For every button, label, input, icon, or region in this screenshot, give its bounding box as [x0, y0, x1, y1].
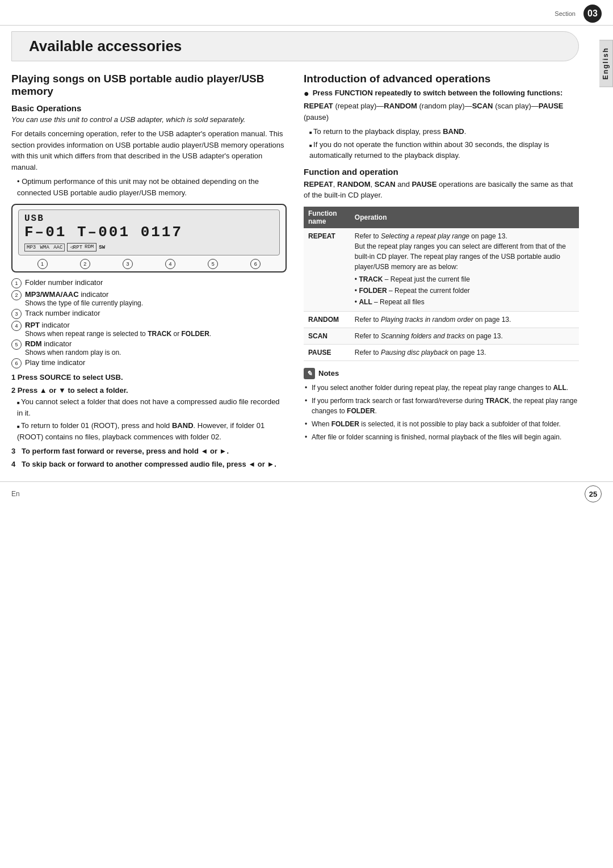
repeat-operation: Refer to Selecting a repeat play range o… [350, 228, 579, 312]
notes-icon: ✎ [304, 368, 315, 379]
ind-text-2: MP3/WMA/AAC indicatorShows the type of f… [25, 290, 143, 307]
notes-box: ✎ Notes If you select another folder dur… [304, 368, 579, 442]
note-item-1: If you select another folder during repe… [304, 383, 579, 393]
ind-item-3: 3 Track number indicator [11, 309, 287, 319]
note-item-2: If you perform track search or fast forw… [304, 396, 579, 416]
display-icons-row: MP3 WMA AAC ◁RPT RDM SW [24, 243, 274, 251]
footer: En 25 [0, 481, 613, 506]
list-item: Optimum performance of this unit may not… [17, 176, 287, 198]
ind-item-4: 4 RPT indicatorShows when repeat range i… [11, 321, 287, 338]
pause-operation: Refer to Pausing disc playback on page 1… [350, 344, 579, 360]
notes-list: If you select another folder during repe… [304, 383, 579, 442]
ind-circle-6: 6 [11, 358, 22, 368]
circle-2: 2 [80, 259, 90, 269]
ind-item-6: 6 Play time indicator [11, 358, 287, 368]
ind-text-4: RPT indicatorShows when repeat range is … [25, 321, 211, 338]
note-band: To return to the playback display, press… [304, 126, 579, 137]
mp3-label: MP3 [27, 245, 36, 250]
note-item-4: After file or folder scanning is finishe… [304, 432, 579, 442]
functions-text: REPEAT (repeat play)—RANDOM (random play… [304, 100, 579, 123]
display-line2: F–01 T–001 0117 [24, 224, 274, 241]
right-column: Introduction of advanced operations ● Pr… [304, 73, 579, 470]
circle-1: 1 [37, 259, 48, 269]
notes-header: ✎ Notes [304, 368, 579, 379]
ind-circle-5: 5 [11, 339, 22, 350]
circle-5: 5 [208, 259, 218, 269]
ind-text-6: Play time indicator [25, 358, 85, 367]
page-title: Available accessories [11, 31, 579, 61]
indicator-list: 1 Folder number indicator 2 MP3/WMA/AAC … [11, 278, 287, 368]
rpt-label: ◁RPT [70, 244, 82, 250]
top-header: Section 03 [0, 0, 613, 26]
note-30sec: If you do not operate the function withi… [304, 139, 579, 161]
bullet-list: Optimum performance of this unit may not… [11, 176, 287, 198]
display-box: USB F–01 T–001 0117 MP3 WMA AAC ◁RPT RDM… [11, 204, 287, 272]
sw-label: SW [99, 245, 105, 250]
intro-title: Introduction of advanced operations [304, 73, 579, 85]
english-tab: English [599, 40, 613, 87]
fn-pause: PAUSE [308, 349, 331, 357]
table-row-repeat: REPEAT Refer to Selecting a repeat play … [304, 228, 579, 312]
basic-operations-title: Basic Operations [11, 103, 287, 113]
wma-label: WMA [40, 245, 49, 250]
mp3-indicator: MP3 WMA AAC [24, 244, 65, 251]
ind-text-3: Track number indicator [25, 309, 100, 317]
ind-text-1: Folder number indicator [25, 278, 103, 287]
ind-circle-3: 3 [11, 309, 22, 319]
fn-scan: SCAN [308, 332, 328, 340]
col-fn-name: Function name [304, 207, 350, 228]
ind-item-1: 1 Folder number indicator [11, 278, 287, 288]
ind-circle-2: 2 [11, 290, 22, 300]
step-1: 1 Press SOURCE to select USB. [11, 373, 287, 381]
fn-operation-title: Function and operation [304, 167, 579, 177]
note-item-3: When FOLDER is selected, it is not possi… [304, 419, 579, 429]
bullet-a: You cannot select a folder that does not… [11, 396, 287, 418]
ind-circle-1: 1 [11, 278, 22, 288]
page-number: 25 [585, 485, 602, 502]
bullet-b: To return to folder 01 (ROOT), press and… [11, 420, 287, 442]
circle-numbers-row: 1 2 3 4 5 6 [18, 259, 280, 269]
step-2: 2 Press ▲ or ▼ to select a folder. [11, 386, 287, 395]
display-line1: USB [24, 213, 274, 224]
ind-item-2: 2 MP3/WMA/AAC indicatorShows the type of… [11, 290, 287, 307]
fn-desc: REPEAT, RANDOM, SCAN and PAUSE operation… [304, 179, 579, 201]
section-label: Section [555, 10, 576, 17]
left-main-title: Playing songs on USB portable audio play… [11, 73, 287, 98]
col-operation: Operation [350, 207, 579, 228]
ind-item-5: 5 RDM indicatorShows when random play is… [11, 339, 287, 357]
body-para1: For details concerning operation, refer … [11, 128, 287, 173]
random-operation: Refer to Playing tracks in random order … [350, 311, 579, 328]
page: Section 03 English Available accessories… [0, 0, 613, 868]
rpt-rdm-box: ◁RPT RDM [67, 243, 96, 251]
circle-3: 3 [123, 259, 133, 269]
fn-repeat: REPEAT [308, 232, 335, 240]
circle-4: 4 [165, 259, 175, 269]
ind-circle-4: 4 [11, 321, 22, 331]
left-column: Playing songs on USB portable audio play… [11, 73, 287, 470]
step-3: 3 To perform fast forward or reverse, pr… [11, 447, 287, 455]
notes-title: Notes [318, 369, 339, 378]
main-content: Playing songs on USB portable audio play… [0, 67, 613, 476]
circle-6: 6 [250, 259, 261, 269]
scan-operation: Refer to Scanning folders and tracks on … [350, 328, 579, 344]
table-row-pause: PAUSE Refer to Pausing disc playback on … [304, 344, 579, 360]
bullet-circle-icon: ● [304, 89, 309, 98]
italic-note: You can use this unit to control a USB a… [11, 115, 287, 124]
function-table: Function name Operation REPEAT Refer to … [304, 207, 579, 361]
section-number: 03 [583, 5, 602, 23]
ind-text-5: RDM indicatorShows when random play is o… [25, 339, 121, 357]
display-inner: USB F–01 T–001 0117 MP3 WMA AAC ◁RPT RDM… [18, 209, 280, 255]
rdm-label: RDM [85, 244, 94, 250]
step-4: 4 To skip back or forward to another com… [11, 460, 287, 468]
table-row-random: RANDOM Refer to Playing tracks in random… [304, 311, 579, 328]
table-row-scan: SCAN Refer to Scanning folders and track… [304, 328, 579, 344]
intro-bullet-text: Press FUNCTION repeatedly to switch betw… [313, 89, 563, 97]
en-label: En [11, 490, 20, 498]
fn-random: RANDOM [308, 316, 339, 324]
intro-bullet: ● Press FUNCTION repeatedly to switch be… [304, 89, 579, 98]
aac-label: AAC [53, 245, 62, 250]
